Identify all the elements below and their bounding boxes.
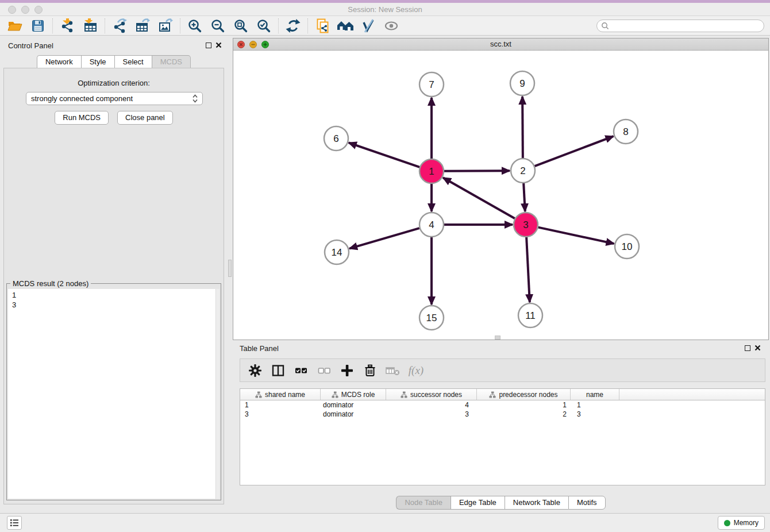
graph-edge-3-1[interactable] bbox=[443, 178, 515, 218]
search-field[interactable] bbox=[596, 20, 764, 32]
export-image-button[interactable] bbox=[154, 17, 177, 34]
tab-style[interactable]: Style bbox=[81, 55, 114, 69]
table-cell[interactable]: 1 bbox=[477, 401, 571, 409]
graph-edge-2-8[interactable] bbox=[535, 136, 614, 166]
graph-edge-2-3[interactable] bbox=[523, 183, 525, 211]
toggle-panel-button[interactable] bbox=[268, 361, 288, 380]
show-all-button[interactable] bbox=[380, 17, 403, 34]
tab-select[interactable]: Select bbox=[114, 55, 152, 69]
table-cell[interactable]: 3 bbox=[240, 410, 321, 418]
export-image-icon bbox=[158, 18, 173, 33]
graph-node-label: 10 bbox=[622, 241, 633, 252]
result-scrollbar[interactable] bbox=[215, 289, 220, 499]
graph-edge-2-9[interactable] bbox=[522, 97, 523, 158]
canvas-scroll-thumb[interactable] bbox=[495, 336, 500, 340]
select-all-button[interactable] bbox=[291, 361, 311, 380]
run-mcds-button[interactable]: Run MCDS bbox=[55, 111, 109, 125]
network-from-selection-button[interactable] bbox=[311, 17, 334, 34]
table-settings-button[interactable] bbox=[245, 361, 265, 380]
mcds-result-textarea[interactable]: 1 3 bbox=[8, 289, 220, 499]
column-header-successor-nodes[interactable]: successor nodes bbox=[386, 389, 477, 400]
node-table: shared nameMCDS rolesuccessor nodesprede… bbox=[240, 388, 765, 485]
network-graph[interactable]: 1234678910111415 bbox=[233, 51, 768, 340]
graph-edge-3-11[interactable] bbox=[526, 237, 530, 302]
function-builder-icon: f(x) bbox=[409, 364, 424, 377]
tab-network-table[interactable]: Network Table bbox=[505, 496, 568, 510]
export-table-button[interactable] bbox=[131, 17, 154, 34]
task-history-button[interactable] bbox=[7, 516, 22, 530]
mcds-panel: Optimization criterion: strongly connect… bbox=[3, 68, 224, 504]
search-icon bbox=[601, 22, 609, 30]
memory-button[interactable]: Memory bbox=[718, 516, 765, 530]
table-cell[interactable]: 4 bbox=[386, 401, 477, 409]
toolbar-separator bbox=[105, 18, 105, 33]
network-window-titlebar[interactable]: scc.txt bbox=[233, 38, 768, 51]
tab-edge-table[interactable]: Edge Table bbox=[451, 496, 505, 510]
table-row[interactable]: 1dominator411 bbox=[240, 400, 765, 410]
toolbar-separator bbox=[278, 18, 279, 33]
column-header-predecessor-nodes[interactable]: predecessor nodes bbox=[477, 389, 571, 400]
hide-selected-icon bbox=[361, 18, 376, 33]
close-table-panel-icon[interactable] bbox=[754, 345, 761, 351]
table-cell[interactable]: dominator bbox=[321, 401, 386, 409]
table-cell[interactable]: 3 bbox=[571, 410, 619, 418]
zoom-in-button[interactable] bbox=[183, 17, 206, 34]
save-session-button[interactable] bbox=[26, 17, 49, 34]
table-cell[interactable]: 1 bbox=[571, 401, 619, 409]
tab-network[interactable]: Network bbox=[37, 55, 81, 69]
optimization-criterion-select[interactable]: strongly connected component bbox=[26, 92, 203, 105]
deselect-all-button[interactable] bbox=[314, 361, 334, 380]
panel-splitter-handle[interactable] bbox=[228, 260, 232, 277]
delete-row-button[interactable] bbox=[360, 361, 380, 380]
close-panel-button[interactable]: Close panel bbox=[117, 111, 173, 125]
tab-motifs[interactable]: Motifs bbox=[568, 496, 606, 510]
column-header-MCDS-role[interactable]: MCDS role bbox=[321, 389, 386, 400]
create-column-button[interactable] bbox=[337, 361, 357, 380]
memory-status-icon bbox=[724, 520, 730, 526]
table-cell[interactable]: 1 bbox=[240, 401, 321, 409]
zoom-selected-button[interactable] bbox=[252, 17, 275, 34]
close-network-button[interactable] bbox=[237, 41, 245, 48]
graph-edge-1-6[interactable] bbox=[349, 142, 419, 167]
close-panel-icon[interactable] bbox=[215, 42, 222, 48]
delete-column-icon bbox=[385, 363, 401, 378]
table-cell[interactable]: 2 bbox=[477, 410, 571, 418]
graph-edge-4-14[interactable] bbox=[349, 228, 419, 248]
column-type-icon bbox=[489, 391, 496, 398]
export-network-button[interactable] bbox=[108, 17, 131, 34]
import-network-button[interactable] bbox=[56, 17, 79, 34]
open-session-button[interactable] bbox=[3, 17, 26, 34]
zoom-out-button[interactable] bbox=[206, 17, 229, 34]
graph-node-label: 3 bbox=[523, 219, 528, 230]
float-table-panel-icon[interactable] bbox=[745, 345, 750, 351]
eye-icon bbox=[384, 18, 399, 33]
tab-node-table[interactable]: Node Table bbox=[396, 496, 451, 510]
graph-edge-3-10[interactable] bbox=[538, 228, 614, 244]
minimize-network-button[interactable] bbox=[249, 41, 257, 48]
hide-selected-button[interactable] bbox=[357, 17, 380, 34]
graph-edge-1-2[interactable] bbox=[444, 171, 510, 171]
table-cell[interactable]: dominator bbox=[321, 410, 386, 418]
apply-layout-button[interactable] bbox=[282, 17, 305, 34]
delete-column-button[interactable] bbox=[383, 361, 403, 380]
tab-mcds[interactable]: MCDS bbox=[152, 55, 191, 69]
network-canvas[interactable]: 1234678910111415 bbox=[233, 51, 768, 340]
table-cell[interactable]: 3 bbox=[386, 410, 477, 418]
main-toolbar bbox=[0, 16, 770, 36]
first-neighbors-button[interactable] bbox=[334, 17, 357, 34]
fit-content-icon bbox=[233, 18, 248, 33]
float-panel-icon[interactable] bbox=[206, 43, 211, 48]
column-header-name[interactable]: name bbox=[571, 389, 619, 400]
search-input[interactable] bbox=[609, 21, 764, 31]
table-row[interactable]: 3dominator323 bbox=[240, 410, 765, 419]
column-header-label: MCDS role bbox=[341, 391, 375, 399]
toolbar-separator bbox=[180, 18, 180, 33]
fit-content-button[interactable] bbox=[229, 17, 252, 34]
column-header-shared-name[interactable]: shared name bbox=[240, 389, 321, 400]
open-folder-icon bbox=[7, 18, 22, 33]
network-from-selection-icon bbox=[315, 18, 330, 33]
graph-node-label: 8 bbox=[623, 126, 628, 137]
import-table-button[interactable] bbox=[79, 17, 102, 34]
maximize-network-button[interactable] bbox=[261, 41, 269, 48]
function-builder-button[interactable]: f(x) bbox=[406, 361, 426, 380]
